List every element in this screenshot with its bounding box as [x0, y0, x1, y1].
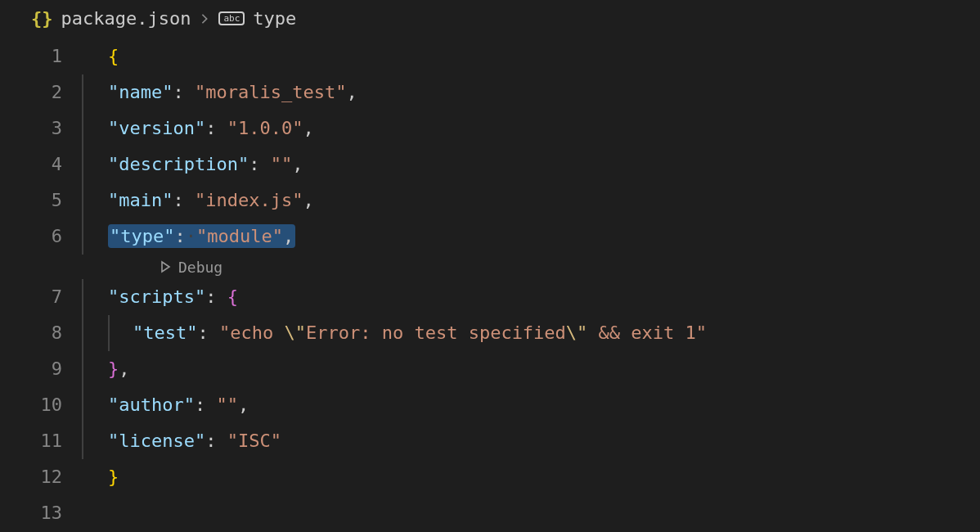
code-line[interactable]: 13 — [0, 495, 980, 531]
line-number: 3 — [0, 110, 82, 147]
line-number: 13 — [0, 495, 82, 531]
code-line[interactable]: 11 "license": "ISC" — [0, 423, 980, 459]
chevron-right-icon — [199, 9, 210, 29]
breadcrumb-symbol[interactable]: type — [253, 8, 296, 29]
symbol-string-icon: abc — [218, 11, 245, 25]
line-number: 1 — [0, 38, 82, 74]
indent-guide — [82, 495, 83, 531]
code-line[interactable]: 7 "scripts": { — [0, 279, 980, 315]
code-line[interactable]: 4 "description": "", — [0, 147, 980, 183]
breadcrumb-file[interactable]: package.json — [61, 8, 191, 29]
code-line[interactable]: 10 "author": "", — [0, 387, 980, 423]
line-number: 6 — [0, 219, 82, 255]
code-line[interactable]: 1 { — [0, 38, 980, 74]
code-line[interactable]: 3 "version": "1.0.0", — [0, 110, 980, 147]
line-number: 12 — [0, 459, 82, 495]
selection: "type":·"module", — [108, 224, 295, 248]
json-file-icon: {} — [31, 8, 53, 29]
line-number: 8 — [0, 315, 82, 351]
line-number: 9 — [0, 351, 82, 387]
code-line[interactable]: 8 "test": "echo \"Error: no test specifi… — [0, 315, 980, 351]
breadcrumb[interactable]: {} package.json abc type — [0, 0, 980, 34]
line-number: 11 — [0, 423, 82, 459]
line-number: 5 — [0, 183, 82, 219]
play-icon — [159, 260, 172, 273]
line-number: 7 — [0, 279, 82, 315]
codelens-row: Debug — [0, 255, 980, 279]
code-editor[interactable]: 1 { 2 "name": "moralis_test", 3 "version… — [0, 34, 980, 531]
line-number: 4 — [0, 147, 82, 183]
line-number: 10 — [0, 387, 82, 423]
code-line[interactable]: 2 "name": "moralis_test", — [0, 74, 980, 110]
code-line[interactable]: 9 }, — [0, 351, 980, 387]
debug-codelens[interactable]: Debug — [0, 259, 223, 276]
code-line[interactable]: 5 "main": "index.js", — [0, 183, 980, 219]
line-number: 2 — [0, 74, 82, 110]
code-line[interactable]: 6 "type":·"module", — [0, 219, 980, 255]
debug-codelens-label: Debug — [178, 259, 223, 276]
code-line[interactable]: 12 } — [0, 459, 980, 495]
